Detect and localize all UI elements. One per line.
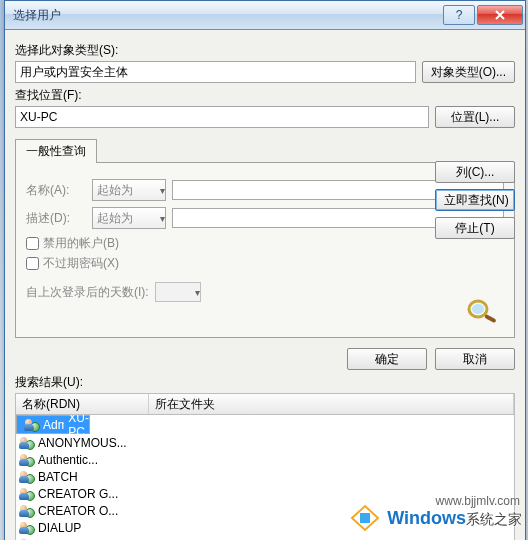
svg-rect-6 (360, 518, 365, 523)
column-name[interactable]: 名称(RDN) (16, 394, 149, 414)
user-group-icon (19, 453, 35, 467)
list-item[interactable]: BATCH (16, 468, 514, 485)
location-label: 查找位置(F): (15, 87, 515, 104)
chevron-down-icon: ▾ (160, 185, 165, 196)
titlebar-buttons: ? (443, 5, 523, 25)
object-type-field[interactable]: 用户或内置安全主体 (15, 61, 416, 83)
list-item[interactable]: Administr...XU-PC (16, 415, 90, 434)
user-group-icon (19, 487, 35, 501)
object-types-button[interactable]: 对象类型(O)... (422, 61, 515, 83)
svg-rect-2 (484, 314, 496, 323)
locations-button[interactable]: 位置(L)... (435, 106, 515, 128)
side-buttons: 列(C)... 立即查找(N) 停止(T) (435, 161, 515, 239)
svg-rect-4 (360, 513, 365, 518)
user-group-icon (19, 436, 35, 450)
location-field[interactable]: XU-PC (15, 106, 429, 128)
dialog-body: 选择此对象类型(S): 用户或内置安全主体 对象类型(O)... 查找位置(F)… (5, 30, 525, 540)
svg-rect-5 (365, 513, 370, 518)
ok-button[interactable]: 确定 (347, 348, 427, 370)
name-label: 名称(A): (26, 182, 86, 199)
stop-button[interactable]: 停止(T) (435, 217, 515, 239)
column-folder[interactable]: 所在文件夹 (149, 394, 514, 414)
list-item[interactable]: Everyone (16, 536, 514, 540)
disabled-accounts-checkbox[interactable]: 禁用的帐户(B) (26, 235, 504, 252)
list-item[interactable]: Authentic... (16, 451, 514, 468)
user-group-icon (19, 470, 35, 484)
columns-button[interactable]: 列(C)... (435, 161, 515, 183)
last-login-days-select[interactable]: ▾ (155, 282, 201, 302)
user-group-icon (19, 504, 35, 518)
chevron-down-icon: ▾ (160, 213, 165, 224)
titlebar: 选择用户 ? (5, 1, 525, 30)
select-user-dialog: 选择用户 ? 选择此对象类型(S): 用户或内置安全主体 对象类型(O)... … (4, 0, 526, 540)
tab-common-queries[interactable]: 一般性查询 (15, 139, 97, 163)
windows-logo-icon (349, 502, 381, 534)
chevron-down-icon: ▾ (195, 287, 200, 298)
find-now-button[interactable]: 立即查找(N) (435, 189, 515, 211)
svg-point-1 (472, 304, 484, 314)
screen: 选择用户 ? 选择此对象类型(S): 用户或内置安全主体 对象类型(O)... … (0, 0, 528, 540)
svg-rect-7 (365, 518, 370, 523)
dialog-title: 选择用户 (13, 7, 443, 24)
search-icon (466, 298, 500, 327)
object-type-label: 选择此对象类型(S): (15, 42, 515, 59)
close-icon (494, 10, 506, 20)
name-match-select[interactable]: 起始为 ▾ (92, 179, 166, 201)
non-expiring-password-checkbox[interactable]: 不过期密码(X) (26, 255, 504, 272)
results-header: 名称(RDN) 所在文件夹 (15, 393, 515, 415)
help-button[interactable]: ? (443, 5, 475, 25)
description-label: 描述(D): (26, 210, 86, 227)
list-item[interactable]: ANONYMOUS... (16, 434, 514, 451)
close-button[interactable] (477, 5, 523, 25)
dialog-buttons: 确定 取消 (15, 348, 515, 370)
user-group-icon (24, 418, 40, 432)
description-match-select[interactable]: 起始为 ▾ (92, 207, 166, 229)
watermark: Windows系统之家 (349, 502, 522, 534)
last-login-label: 自上次登录后的天数(I): (26, 284, 149, 301)
cancel-button[interactable]: 取消 (435, 348, 515, 370)
user-group-icon (19, 521, 35, 535)
search-results-label: 搜索结果(U): (15, 374, 515, 391)
